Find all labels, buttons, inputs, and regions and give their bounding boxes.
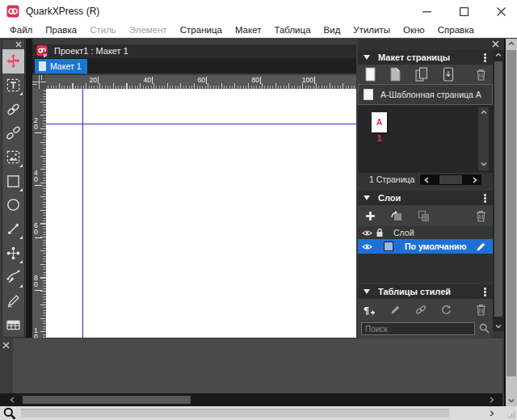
horizontal-guide[interactable] xyxy=(46,124,356,124)
layer-color-swatch[interactable] xyxy=(384,242,393,251)
document-canvas[interactable] xyxy=(46,89,356,338)
layer-row-default[interactable]: По умолчанию xyxy=(358,239,495,254)
page-nav-slider[interactable] xyxy=(439,175,462,184)
scroll-left-icon[interactable] xyxy=(10,397,15,403)
link-style-icon[interactable] xyxy=(415,304,427,315)
import-page-icon[interactable] xyxy=(443,67,454,82)
tools-palette-header xyxy=(2,40,24,49)
menu-table[interactable]: Таблица xyxy=(267,23,317,37)
master-page-thumbnail xyxy=(364,89,373,100)
text-content-tool[interactable] xyxy=(2,74,24,98)
lock-icon xyxy=(376,228,384,237)
search-icon[interactable] xyxy=(479,323,490,334)
maximize-button[interactable] xyxy=(446,0,481,23)
duplicate-layer-icon[interactable] xyxy=(390,210,403,221)
page-layout-footer: 1 Страница xyxy=(358,173,493,187)
style-sheets-palette-header[interactable]: Таблицы стилей xyxy=(358,284,493,299)
measurements-palette xyxy=(0,338,502,393)
freehand-pencil-tool[interactable] xyxy=(2,289,24,313)
minimize-button[interactable] xyxy=(409,0,444,23)
pages-well[interactable]: A 1 xyxy=(358,105,493,173)
maximize-icon xyxy=(460,7,469,16)
palette-dock-scrollbar[interactable] xyxy=(493,50,504,331)
quarkxpress-app-icon xyxy=(6,5,19,18)
linking-tool[interactable] xyxy=(2,97,24,121)
style-sheets-menu-icon[interactable] xyxy=(484,287,486,297)
layers-palette-header[interactable]: Слои xyxy=(358,191,493,205)
merge-layers-icon[interactable] xyxy=(418,210,430,221)
update-style-refresh-icon[interactable] xyxy=(441,304,452,315)
bezier-pen-tool[interactable] xyxy=(2,265,24,289)
layers-menu-icon[interactable] xyxy=(484,193,486,204)
edit-style-pencil-icon[interactable] xyxy=(390,304,401,315)
style-sheets-toolbar: ¶ xyxy=(358,299,493,320)
close-icon xyxy=(497,7,506,16)
ruler-origin-corner[interactable] xyxy=(32,75,46,89)
scroll-right-icon[interactable] xyxy=(490,397,494,403)
collapse-triangle-icon[interactable] xyxy=(364,55,370,60)
menu-window[interactable]: Окно xyxy=(397,23,431,37)
status-bar-field[interactable] xyxy=(21,409,449,418)
page-layout-menu-icon[interactable] xyxy=(484,52,486,63)
prev-page-icon[interactable] xyxy=(424,177,429,183)
delete-page-trash-icon[interactable] xyxy=(476,69,486,81)
v-scrollbar-thumb[interactable] xyxy=(506,50,516,376)
point-selection-tool[interactable] xyxy=(2,241,24,265)
unlinking-tool[interactable] xyxy=(2,121,24,145)
edit-layer-pencil-icon[interactable] xyxy=(476,242,486,252)
menu-layout[interactable]: Макет xyxy=(229,23,268,37)
master-page-icon[interactable] xyxy=(390,67,401,82)
vertical-guide[interactable] xyxy=(82,89,83,338)
menu-utilities[interactable]: Утилиты xyxy=(347,23,397,37)
palette-dock-close-icon[interactable] xyxy=(492,40,499,48)
table-tool[interactable] xyxy=(2,313,24,337)
new-paragraph-style-icon[interactable]: ¶ xyxy=(363,304,376,316)
next-page-icon[interactable] xyxy=(473,177,477,183)
measurements-palette-close-icon[interactable] xyxy=(2,342,10,349)
layers-toolbar xyxy=(358,205,493,226)
delete-style-trash-icon[interactable] xyxy=(476,304,486,316)
delete-layer-trash-icon[interactable] xyxy=(476,210,486,222)
scrollbar-thumb[interactable] xyxy=(494,61,502,317)
new-page-icon[interactable] xyxy=(365,67,376,82)
scroll-down-icon[interactable] xyxy=(508,398,515,403)
style-search-row xyxy=(358,320,493,338)
h-scrollbar-thumb[interactable] xyxy=(23,396,191,404)
horizontal-scrollbar[interactable] xyxy=(0,393,502,406)
collapse-triangle-icon[interactable] xyxy=(364,289,370,294)
menu-edit[interactable]: Правка xyxy=(39,23,83,37)
scroll-down-icon[interactable] xyxy=(481,162,487,166)
master-page-label: А-Шаблонная страница A xyxy=(380,90,481,99)
zoom-magnifier-icon[interactable] xyxy=(3,407,16,420)
duplicate-page-icon[interactable] xyxy=(415,67,428,82)
v-ruler-number: 80 xyxy=(34,275,40,288)
menu-page[interactable]: Страница xyxy=(174,23,229,37)
page-1-thumbnail[interactable]: A xyxy=(372,112,387,132)
menu-view[interactable]: Вид xyxy=(317,23,347,37)
resize-grip-icon[interactable] xyxy=(508,411,515,418)
item-move-tool[interactable] xyxy=(2,49,24,74)
window-vertical-scrollbar[interactable] xyxy=(506,39,517,406)
picture-box-tool[interactable] xyxy=(2,145,24,170)
line-tool[interactable] xyxy=(2,217,24,242)
tools-palette-close-icon[interactable] xyxy=(15,41,22,48)
scroll-up-icon[interactable] xyxy=(508,41,515,46)
scroll-down-icon[interactable] xyxy=(495,324,502,329)
menu-help[interactable]: Справка xyxy=(431,23,481,37)
project-title: Проект1 : Макет 1 xyxy=(54,44,128,58)
layer-visible-eye-icon[interactable] xyxy=(362,243,372,250)
style-search-input[interactable] xyxy=(361,322,475,335)
menu-file[interactable]: Файл xyxy=(3,23,39,37)
status-next-icon[interactable] xyxy=(490,410,494,417)
pages-well-scrollbar[interactable] xyxy=(478,107,489,170)
page-layout-palette-header[interactable]: Макет страницы xyxy=(358,50,493,65)
oval-box-tool[interactable] xyxy=(2,193,24,217)
new-layer-plus-icon[interactable] xyxy=(365,211,376,221)
scroll-up-icon[interactable] xyxy=(481,110,487,115)
collapse-triangle-icon[interactable] xyxy=(364,195,370,200)
tab-layout-1[interactable]: Макет 1 xyxy=(35,59,87,74)
rectangle-box-tool[interactable] xyxy=(2,169,24,193)
close-window-button[interactable] xyxy=(483,0,517,23)
scroll-up-icon[interactable] xyxy=(495,52,502,57)
master-page-row[interactable]: А-Шаблонная страница A xyxy=(358,84,493,105)
